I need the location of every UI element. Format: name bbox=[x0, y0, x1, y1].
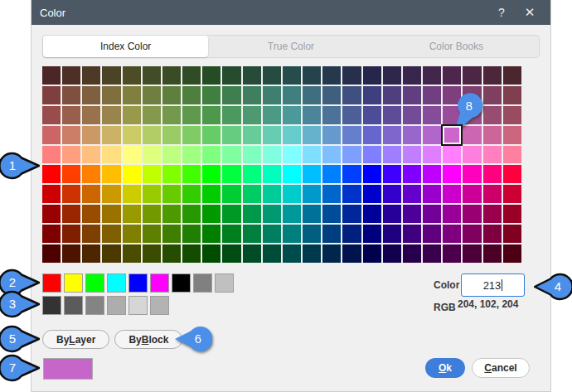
aci-cell[interactable] bbox=[263, 146, 281, 164]
aci-cell[interactable] bbox=[342, 146, 361, 164]
gray-shade-swatch[interactable] bbox=[107, 296, 126, 315]
aci-cell[interactable] bbox=[383, 66, 401, 85]
aci-cell[interactable] bbox=[243, 205, 261, 223]
aci-cell[interactable] bbox=[123, 86, 141, 104]
aci-cell[interactable] bbox=[403, 86, 421, 104]
aci-cell[interactable] bbox=[443, 225, 461, 243]
aci-cell[interactable] bbox=[303, 66, 321, 85]
aci-cell[interactable] bbox=[222, 185, 240, 203]
aci-cell[interactable] bbox=[503, 185, 521, 203]
aci-cell[interactable] bbox=[443, 86, 461, 104]
aci-cell[interactable] bbox=[62, 244, 80, 263]
aci-cell[interactable] bbox=[463, 86, 481, 104]
aci-cell[interactable] bbox=[42, 86, 61, 104]
aci-cell[interactable] bbox=[342, 86, 361, 104]
aci-cell[interactable] bbox=[342, 126, 361, 144]
standard-color-swatch[interactable] bbox=[107, 273, 126, 293]
aci-cell[interactable] bbox=[202, 146, 221, 164]
aci-cell[interactable] bbox=[463, 244, 481, 263]
aci-cell[interactable] bbox=[303, 126, 321, 144]
aci-cell[interactable] bbox=[182, 165, 201, 183]
byblock-button[interactable]: ByBlock bbox=[114, 330, 182, 349]
aci-cell[interactable] bbox=[263, 205, 281, 223]
aci-cell[interactable] bbox=[483, 205, 502, 223]
aci-cell[interactable] bbox=[483, 165, 502, 183]
aci-cell[interactable] bbox=[222, 126, 240, 144]
aci-cell[interactable] bbox=[243, 106, 261, 124]
aci-cell[interactable] bbox=[82, 66, 100, 85]
aci-cell[interactable] bbox=[102, 225, 120, 243]
aci-cell[interactable] bbox=[162, 244, 181, 263]
aci-cell[interactable] bbox=[443, 185, 461, 203]
aci-cell[interactable] bbox=[82, 185, 100, 203]
aci-cell[interactable] bbox=[222, 86, 240, 104]
aci-cell[interactable] bbox=[483, 126, 502, 144]
aci-cell[interactable] bbox=[143, 106, 161, 124]
gray-shade-swatch[interactable] bbox=[42, 296, 61, 315]
aci-cell[interactable] bbox=[162, 185, 181, 203]
aci-cell[interactable] bbox=[342, 66, 361, 85]
aci-cell[interactable] bbox=[363, 106, 381, 124]
aci-cell[interactable] bbox=[463, 146, 481, 164]
aci-cell[interactable] bbox=[263, 165, 281, 183]
aci-cell[interactable] bbox=[463, 106, 481, 124]
aci-cell[interactable] bbox=[303, 146, 321, 164]
aci-cell[interactable] bbox=[503, 126, 521, 144]
aci-cell[interactable] bbox=[363, 185, 381, 203]
aci-cell[interactable] bbox=[162, 126, 181, 144]
aci-cell[interactable] bbox=[283, 66, 301, 85]
aci-cell[interactable] bbox=[322, 106, 341, 124]
aci-cell[interactable] bbox=[162, 146, 181, 164]
aci-cell[interactable] bbox=[423, 146, 441, 164]
aci-cell[interactable] bbox=[463, 225, 481, 243]
aci-cell[interactable] bbox=[102, 244, 120, 263]
aci-cell[interactable] bbox=[123, 165, 141, 183]
aci-cell[interactable] bbox=[322, 244, 341, 263]
aci-cell[interactable] bbox=[363, 146, 381, 164]
aci-cell[interactable] bbox=[443, 165, 461, 183]
aci-cell[interactable] bbox=[202, 205, 221, 223]
aci-cell[interactable] bbox=[82, 126, 100, 144]
aci-cell[interactable] bbox=[383, 225, 401, 243]
aci-cell[interactable] bbox=[143, 66, 161, 85]
aci-cell[interactable] bbox=[463, 185, 481, 203]
gray-shade-swatch[interactable] bbox=[128, 296, 148, 315]
aci-cell[interactable] bbox=[403, 146, 421, 164]
aci-cell[interactable] bbox=[202, 225, 221, 243]
aci-cell[interactable] bbox=[503, 165, 521, 183]
aci-cell[interactable] bbox=[143, 86, 161, 104]
aci-cell[interactable] bbox=[202, 165, 221, 183]
aci-cell[interactable] bbox=[383, 205, 401, 223]
aci-cell[interactable] bbox=[123, 126, 141, 144]
tab-true-color[interactable]: True Color bbox=[208, 36, 373, 57]
aci-cell[interactable] bbox=[443, 66, 461, 85]
aci-cell[interactable] bbox=[322, 66, 341, 85]
aci-cell[interactable] bbox=[263, 225, 281, 243]
cancel-button[interactable]: Cancel bbox=[472, 358, 530, 378]
aci-cell[interactable] bbox=[62, 86, 80, 104]
standard-color-swatch[interactable] bbox=[42, 273, 61, 293]
aci-cell[interactable] bbox=[82, 225, 100, 243]
aci-cell[interactable] bbox=[403, 165, 421, 183]
aci-cell[interactable] bbox=[263, 185, 281, 203]
aci-cell[interactable] bbox=[503, 86, 521, 104]
aci-cell[interactable] bbox=[42, 225, 61, 243]
aci-cell[interactable] bbox=[423, 185, 441, 203]
aci-cell[interactable] bbox=[62, 225, 80, 243]
aci-cell[interactable] bbox=[62, 165, 80, 183]
aci-cell[interactable] bbox=[102, 185, 120, 203]
aci-cell[interactable] bbox=[202, 185, 221, 203]
aci-cell[interactable] bbox=[503, 106, 521, 124]
aci-cell[interactable] bbox=[342, 106, 361, 124]
aci-cell[interactable] bbox=[423, 126, 441, 144]
aci-cell[interactable] bbox=[483, 66, 502, 85]
aci-cell[interactable] bbox=[202, 106, 221, 124]
aci-cell[interactable] bbox=[243, 86, 261, 104]
aci-cell[interactable] bbox=[403, 126, 421, 144]
aci-cell[interactable] bbox=[143, 205, 161, 223]
aci-cell[interactable] bbox=[42, 106, 61, 124]
aci-cell[interactable] bbox=[263, 86, 281, 104]
aci-cell[interactable] bbox=[222, 244, 240, 263]
aci-cell[interactable] bbox=[123, 225, 141, 243]
aci-cell[interactable] bbox=[182, 185, 201, 203]
